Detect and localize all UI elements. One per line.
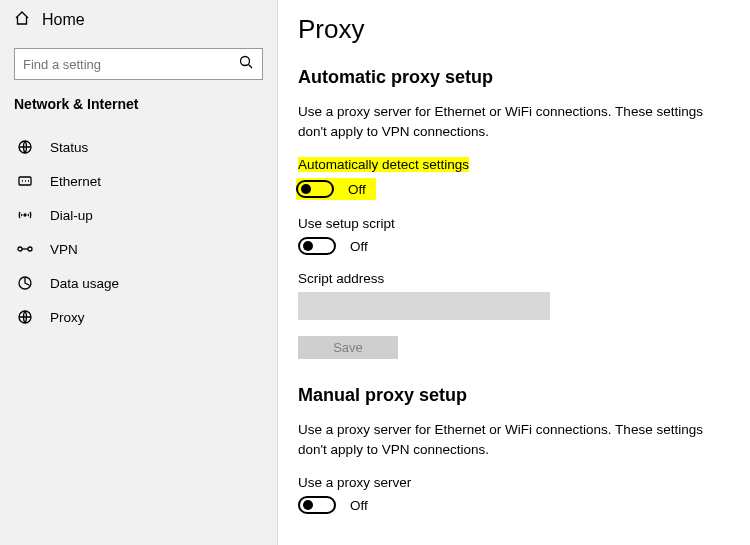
search-input[interactable] xyxy=(23,57,238,72)
proxy-icon xyxy=(14,309,36,325)
use-proxy-toggle[interactable] xyxy=(298,496,336,514)
group-title-automatic: Automatic proxy setup xyxy=(298,67,750,88)
sidebar-item-status[interactable]: Status xyxy=(0,130,277,164)
sidebar: Home Network & Internet Status Ethernet xyxy=(0,0,278,545)
dialup-icon xyxy=(14,207,36,223)
status-icon xyxy=(14,139,36,155)
script-address-input[interactable] xyxy=(298,292,550,320)
use-proxy-state: Off xyxy=(350,498,368,513)
sidebar-item-data-usage[interactable]: Data usage xyxy=(0,266,277,300)
toggle-knob-icon xyxy=(303,241,313,251)
nav-home[interactable]: Home xyxy=(0,0,277,40)
search-input-wrap[interactable] xyxy=(14,48,263,80)
auto-detect-toggle-row: Off xyxy=(296,178,376,200)
svg-point-0 xyxy=(241,57,250,66)
sidebar-item-label: Ethernet xyxy=(50,174,101,189)
auto-detect-state: Off xyxy=(348,182,366,197)
sidebar-section-title: Network & Internet xyxy=(0,94,277,130)
main-panel: Proxy Automatic proxy setup Use a proxy … xyxy=(278,0,750,545)
use-proxy-toggle-row: Off xyxy=(298,496,750,514)
group-desc-automatic: Use a proxy server for Ethernet or WiFi … xyxy=(298,102,728,141)
group-title-manual: Manual proxy setup xyxy=(298,385,750,406)
data-usage-icon xyxy=(14,275,36,291)
sidebar-item-label: Status xyxy=(50,140,88,155)
sidebar-item-ethernet[interactable]: Ethernet xyxy=(0,164,277,198)
use-script-toggle-row: Off xyxy=(298,237,750,255)
svg-point-3 xyxy=(24,214,26,216)
save-button[interactable]: Save xyxy=(298,336,398,359)
use-script-toggle[interactable] xyxy=(298,237,336,255)
home-icon xyxy=(14,10,30,30)
toggle-knob-icon xyxy=(301,184,311,194)
page-title: Proxy xyxy=(298,14,750,45)
ethernet-icon xyxy=(14,173,36,189)
search-icon xyxy=(238,54,254,74)
sidebar-item-label: Dial-up xyxy=(50,208,93,223)
use-script-state: Off xyxy=(350,239,368,254)
svg-point-4 xyxy=(18,247,22,251)
sidebar-item-dialup[interactable]: Dial-up xyxy=(0,198,277,232)
svg-point-5 xyxy=(28,247,32,251)
toggle-knob-icon xyxy=(303,500,313,510)
script-address-label: Script address xyxy=(298,271,750,286)
sidebar-item-label: Data usage xyxy=(50,276,119,291)
auto-detect-toggle[interactable] xyxy=(296,180,334,198)
sidebar-item-vpn[interactable]: VPN xyxy=(0,232,277,266)
use-script-label: Use setup script xyxy=(298,216,750,231)
sidebar-item-label: Proxy xyxy=(50,310,85,325)
nav-home-label: Home xyxy=(42,11,85,29)
use-proxy-label: Use a proxy server xyxy=(298,475,750,490)
sidebar-item-proxy[interactable]: Proxy xyxy=(0,300,277,334)
vpn-icon xyxy=(14,241,36,257)
sidebar-item-label: VPN xyxy=(50,242,78,257)
group-desc-manual: Use a proxy server for Ethernet or WiFi … xyxy=(298,420,728,459)
auto-detect-label: Automatically detect settings xyxy=(298,157,750,172)
